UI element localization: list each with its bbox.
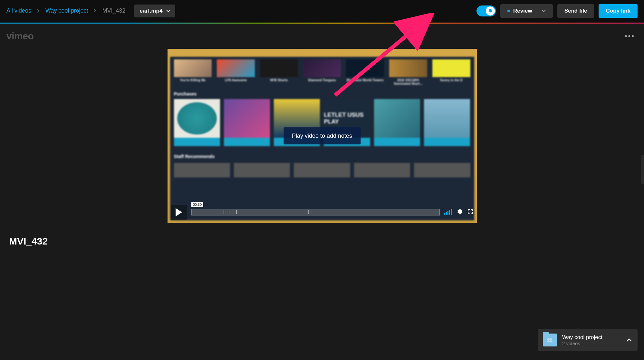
bottom-section: MVI_432 — [0, 229, 644, 253]
status-dot-icon — [507, 10, 510, 12]
fullscreen-button[interactable] — [467, 208, 474, 216]
chevron-right-icon — [37, 8, 40, 14]
time-badge: 00:30 — [191, 202, 204, 207]
breadcrumb-project[interactable]: Way cool project — [45, 7, 88, 14]
video-area: You're Killing Me LFN Awesome NFB Shorts… — [0, 45, 644, 229]
chevron-down-icon — [542, 10, 546, 12]
vimeo-logo: vimeo — [6, 31, 34, 42]
more-options-button[interactable]: ••• — [622, 29, 638, 43]
side-panel-tab[interactable] — [641, 155, 644, 184]
progress-wrap: 00:30 — [191, 209, 440, 215]
topbar-right: Review Send file Copy link — [476, 4, 638, 18]
chevron-down-icon — [166, 10, 170, 12]
file-dropdown[interactable]: earf.mp4 — [134, 5, 175, 17]
review-label: Review — [513, 8, 532, 14]
chevron-right-icon — [94, 8, 96, 14]
volume-control[interactable] — [444, 209, 452, 215]
play-hint-overlay: Play video to add notes — [284, 127, 360, 145]
project-info: Way cool project 2 videos — [562, 334, 602, 346]
chevron-up-icon — [627, 337, 632, 343]
svg-point-1 — [547, 338, 550, 341]
folder-icon — [543, 334, 557, 346]
project-card[interactable]: Way cool project 2 videos — [538, 329, 638, 351]
breadcrumb-root[interactable]: All videos — [6, 7, 31, 14]
copy-link-button[interactable]: Copy link — [599, 4, 638, 18]
settings-button[interactable] — [456, 208, 463, 216]
bell-icon — [486, 6, 495, 15]
topbar: All videos Way cool project MVI_432 earf… — [0, 0, 644, 23]
file-dropdown-label: earf.mp4 — [139, 8, 162, 14]
breadcrumb-current: MVI_432 — [102, 7, 125, 14]
breadcrumb: All videos Way cool project MVI_432 earf… — [6, 5, 175, 17]
video-frame[interactable]: You're Killing Me LFN Awesome NFB Shorts… — [168, 49, 477, 223]
logo-row: vimeo ••• — [0, 24, 644, 45]
play-icon — [175, 208, 183, 216]
player-controls: 00:30 — [171, 205, 474, 220]
fullscreen-icon — [467, 208, 474, 215]
project-name: Way cool project — [562, 334, 602, 341]
review-dropdown[interactable]: Review — [500, 4, 553, 18]
notifications-toggle[interactable] — [476, 5, 496, 16]
video-title: MVI_432 — [9, 236, 48, 247]
send-file-button[interactable]: Send file — [557, 4, 594, 18]
project-count: 2 videos — [562, 341, 602, 346]
gear-icon — [456, 208, 463, 215]
progress-bar[interactable] — [191, 209, 440, 215]
svg-point-2 — [550, 338, 552, 341]
play-button[interactable] — [171, 205, 187, 220]
copy-link-label: Copy link — [606, 8, 630, 14]
send-file-label: Send file — [564, 8, 587, 14]
